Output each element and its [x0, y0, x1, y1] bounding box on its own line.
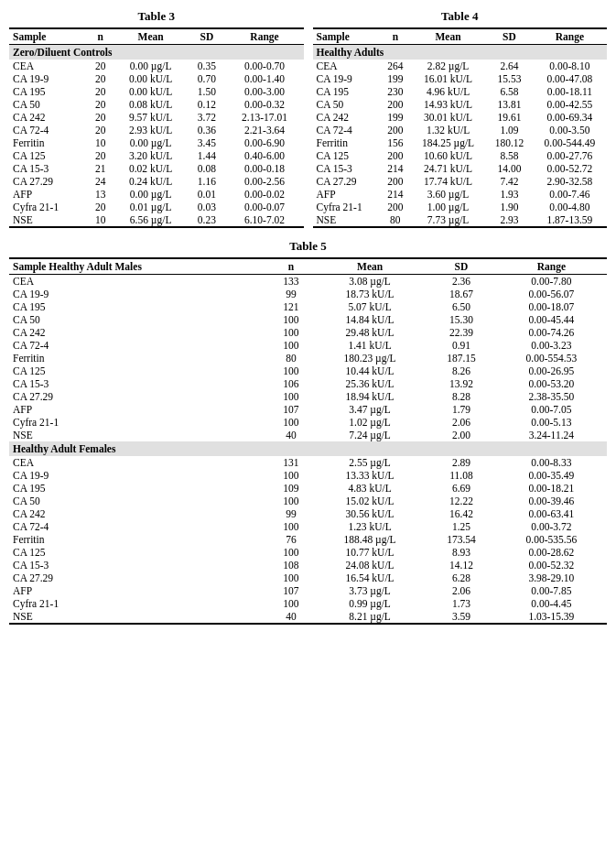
table4-row: 16.01 kU/L: [410, 72, 486, 85]
table5-male-row: CA 72-4: [9, 339, 269, 352]
table5-group2: Healthy Adult Females: [9, 441, 607, 456]
table3-row: CA 72-4: [9, 124, 87, 136]
table5-male-row: 14.84 kU/L: [313, 313, 427, 326]
table4-row: Cyfra 21-1: [313, 201, 381, 213]
table3-row: 0.03: [188, 201, 225, 213]
table4-header-mean: Mean: [410, 28, 486, 45]
table4-row: 6.58: [486, 85, 533, 98]
table5-female-row: 14.12: [427, 559, 496, 571]
table4-group1: Healthy Adults: [313, 45, 608, 60]
table5-female-row: 8.21 µg/L: [313, 610, 427, 624]
table5-male-row: 18.94 kU/L: [313, 390, 427, 403]
table4-row: 1.09: [486, 124, 533, 136]
table4-row: NSE: [313, 213, 381, 227]
table4: Sample n Mean SD Range Healthy AdultsCEA…: [313, 27, 608, 228]
table5-title: Table 5: [9, 239, 607, 254]
table4-row: 199: [381, 72, 410, 85]
table4-row: 19.61: [486, 111, 533, 124]
table5-female-row: 108: [269, 559, 313, 571]
table4-row: 14.93 kU/L: [410, 98, 486, 111]
table4-row: 200: [381, 201, 410, 213]
table5-male-row: 100: [269, 390, 313, 403]
table5-male-row: 0.00-7.05: [496, 403, 607, 416]
table3-row: 24: [87, 175, 113, 188]
table5-male-row: CA 125: [9, 365, 269, 377]
table5-male-row: 133: [269, 275, 313, 288]
table5-male-row: 8.26: [427, 365, 496, 377]
table5-male-row: 99: [269, 288, 313, 300]
table4-row: 214: [381, 188, 410, 201]
table3-row: 20: [87, 60, 113, 72]
table3-row: 2.93 kU/L: [113, 124, 188, 136]
table3-row: 6.56 µg/L: [113, 213, 188, 227]
table5-male-row: 121: [269, 300, 313, 313]
table4-row: 0.00-18.11: [533, 85, 607, 98]
table4-row: 8.58: [486, 149, 533, 162]
table5-male-row: 107: [269, 403, 313, 416]
table3-row: 20: [87, 149, 113, 162]
table4-row: CEA: [313, 60, 381, 72]
table5-male-row: 3.08 µg/L: [313, 275, 427, 288]
table5-male-row: Ferritin: [9, 352, 269, 365]
table5-male-row: 2.00: [427, 429, 496, 441]
table4-header-n: n: [381, 28, 410, 45]
table3-row: 9.57 kU/L: [113, 111, 188, 124]
table3-row: 0.00 µg/L: [113, 136, 188, 149]
table5-female-row: 107: [269, 584, 313, 597]
table4-row: CA 15-3: [313, 162, 381, 175]
table4-row: Ferritin: [313, 136, 381, 149]
table3-row: 0.35: [188, 60, 225, 72]
table5-header-range: Range: [496, 258, 607, 275]
table5-female-row: 3.59: [427, 610, 496, 624]
table5-male-row: 0.00-45.44: [496, 313, 607, 326]
table5-male-row: 187.15: [427, 352, 496, 365]
table4-row: 184.25 µg/L: [410, 136, 486, 149]
table5-female-row: 12.22: [427, 495, 496, 507]
table4-row: 1.90: [486, 201, 533, 213]
table3-row: 0.00-3.00: [226, 85, 304, 98]
table5-male-row: 25.36 kU/L: [313, 377, 427, 390]
table4-row: 0.00-544.49: [533, 136, 607, 149]
table5-female-row: 24.08 kU/L: [313, 559, 427, 571]
table5-male-row: CA 50: [9, 313, 269, 326]
table5-female-row: 0.00-35.49: [496, 469, 607, 482]
table5-male-row: Cyfra 21-1: [9, 416, 269, 429]
table5-male-row: AFP: [9, 403, 269, 416]
table3-row: AFP: [9, 188, 87, 201]
table5-female-row: 3.98-29.10: [496, 571, 607, 584]
table3-row: 0.00 µg/L: [113, 188, 188, 201]
table3-row: 0.00-0.70: [226, 60, 304, 72]
table3-title: Table 3: [9, 9, 304, 24]
table5-male-row: 2.36: [427, 275, 496, 288]
table4-title: Table 4: [313, 9, 608, 24]
table4-row: 180.12: [486, 136, 533, 149]
table3-row: 20: [87, 98, 113, 111]
table5-male-row: 100: [269, 416, 313, 429]
table5-male-row: 100: [269, 313, 313, 326]
table4-row: CA 27.29: [313, 175, 381, 188]
table4-row: 14.00: [486, 162, 533, 175]
table3-header-sample: Sample: [9, 28, 87, 45]
table3-row: 20: [87, 72, 113, 85]
table4-row: CA 19-9: [313, 72, 381, 85]
table5-header-sample: Sample Healthy Adult Males: [9, 258, 269, 275]
table3-row: 0.01 µg/L: [113, 201, 188, 213]
table3-row: CEA: [9, 60, 87, 72]
table5-female-row: 8.93: [427, 546, 496, 559]
table3-row: CA 195: [9, 85, 87, 98]
table5-female-row: 188.48 µg/L: [313, 533, 427, 546]
table5-male-row: 0.00-56.07: [496, 288, 607, 300]
table5-female-row: 2.89: [427, 456, 496, 469]
table4-header-sample: Sample: [313, 28, 381, 45]
table5-female-row: CA 15-3: [9, 559, 269, 571]
table4-row: 4.96 kU/L: [410, 85, 486, 98]
table3-row: 20: [87, 201, 113, 213]
table5-female-row: 6.28: [427, 571, 496, 584]
table5-section: Table 5 Sample Healthy Adult Males n Mea…: [9, 239, 607, 625]
table4-row: CA 242: [313, 111, 381, 124]
table5-female-row: 3.73 µg/L: [313, 584, 427, 597]
table3-header-mean: Mean: [113, 28, 188, 45]
table5-female-row: CEA: [9, 456, 269, 469]
table5-female-row: AFP: [9, 584, 269, 597]
table5-male-row: 100: [269, 326, 313, 339]
